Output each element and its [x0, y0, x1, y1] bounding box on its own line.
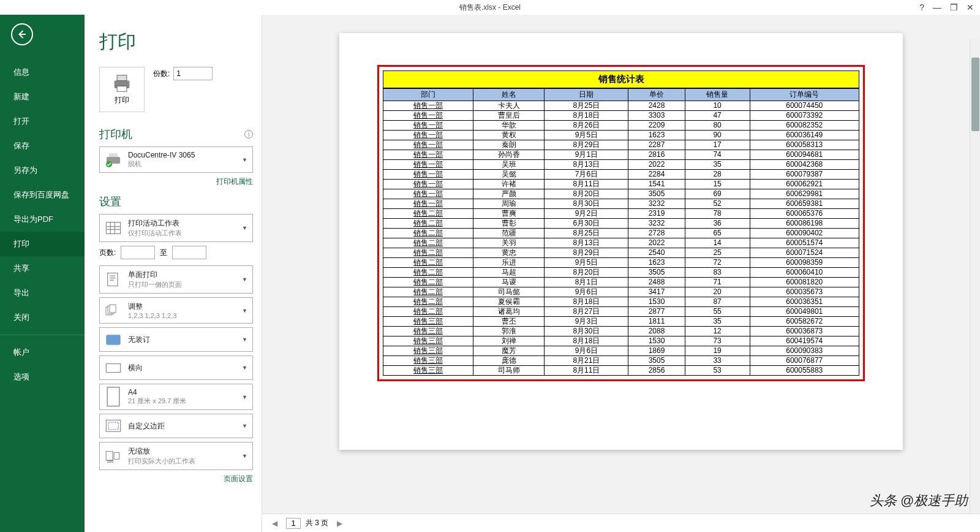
back-button[interactable] — [11, 23, 33, 45]
data-table: 部门姓名日期单价销售量订单编号 销售一部卡夫人8月25日242810600074… — [383, 88, 859, 376]
preview-footer: ◀ 共 3 页 ▶ — [262, 514, 980, 532]
svg-rect-14 — [107, 387, 119, 406]
sidebar-item-saveas[interactable]: 另存为 — [0, 158, 85, 183]
print-what-select[interactable]: 打印活动工作表仅打印活动工作表 ▼ — [99, 214, 253, 242]
print-preview-area: 销售统计表 部门姓名日期单价销售量订单编号 销售一部卡夫人8月25日242810… — [262, 15, 980, 532]
print-button[interactable]: 打印 — [99, 67, 145, 112]
table-row: 销售二部马超8月20日350583600060410 — [383, 268, 859, 278]
table-row: 销售一部曹皇后8月18日330347600073392 — [383, 111, 859, 121]
svg-rect-13 — [106, 363, 120, 372]
printer-status-icon — [105, 152, 122, 168]
table-row: 销售一部周瑜8月30日323252600659381 — [383, 199, 859, 209]
table-row: 销售三部魔芳9月6日186919600090383 — [383, 346, 859, 356]
table-row: 销售二部曹彰6月30日323236600086198 — [383, 219, 859, 229]
printer-select[interactable]: DocuCentre-IV 3065脱机 ▼ — [99, 146, 253, 173]
svg-rect-7 — [106, 222, 120, 234]
printer-section-header: 打印机i — [99, 127, 253, 142]
copies-label: 份数: — [153, 69, 170, 79]
sidebar-item-info[interactable]: 信息 — [0, 60, 85, 85]
table-row: 销售三部司马师8月11日285653600055883 — [383, 366, 859, 376]
minimize-button[interactable]: — — [933, 2, 941, 12]
sidebar-item-baidu[interactable]: 保存到百度网盘 — [0, 183, 85, 207]
page-total-label: 共 3 页 — [306, 518, 328, 528]
backstage-sidebar: 信息 新建 打开 保存 另存为 保存到百度网盘 导出为PDF 打印 共享 导出 … — [0, 15, 85, 532]
table-row: 销售一部黄权9月5日162390600036149 — [383, 131, 859, 140]
paper-select[interactable]: A421 厘米 x 29.7 厘米 ▼ — [99, 384, 253, 410]
sheet-icon — [105, 220, 122, 236]
landscape-icon — [105, 360, 122, 376]
restore-button[interactable]: ❐ — [950, 2, 958, 12]
margins-icon — [105, 418, 122, 434]
table-row: 销售三部庞德8月21日350533600076877 — [383, 356, 859, 366]
table-header: 单价 — [628, 89, 685, 101]
titlebar: 销售表.xlsx - Excel ? — ❐ ✕ — [0, 0, 980, 15]
copies-input[interactable] — [173, 67, 213, 80]
page-setup-link[interactable]: 页面设置 — [99, 474, 253, 484]
collate-icon — [105, 303, 122, 319]
table-header: 日期 — [545, 89, 628, 101]
table-row: 销售二部夏侯霸8月18日153087600036351 — [383, 297, 859, 307]
table-row: 销售一部严颜8月20日350569600629981 — [383, 189, 859, 199]
preview-page: 销售统计表 部门姓名日期单价销售量订单编号 销售一部卡夫人8月25日242810… — [339, 33, 903, 450]
svg-rect-5 — [109, 153, 118, 157]
prev-page-button[interactable]: ◀ — [268, 519, 281, 528]
svg-rect-1 — [117, 75, 127, 80]
collate-select[interactable]: 调整1,2,3 1,2,3 1,2,3 ▼ — [99, 297, 253, 324]
table-row: 销售二部司马懿9月6日341720600035673 — [383, 287, 859, 297]
page-to-input[interactable] — [172, 246, 206, 259]
vertical-scrollbar[interactable] — [970, 39, 980, 514]
binding-select[interactable]: 无装订 ▼ — [99, 327, 253, 352]
svg-rect-2 — [117, 86, 127, 91]
svg-rect-12 — [106, 335, 120, 344]
table-row: 销售三部刘禅8月18日153073600419574 — [383, 336, 859, 346]
arrow-left-icon — [17, 29, 28, 40]
table-row: 销售二部曹爽9月2日231978600065376 — [383, 209, 859, 219]
sidebar-item-new[interactable]: 新建 — [0, 85, 85, 109]
next-page-button[interactable]: ▶ — [333, 519, 346, 528]
scale-icon: 100 — [105, 448, 122, 464]
table-row: 销售一部吴班8月13日202235600042368 — [383, 160, 859, 170]
svg-point-3 — [126, 82, 128, 83]
paper-icon — [105, 389, 122, 405]
svg-rect-11 — [110, 305, 116, 313]
scaling-select[interactable]: 100 无缩放打印实际大小的工作表 ▼ — [99, 442, 253, 470]
chevron-down-icon: ▼ — [242, 157, 247, 163]
sidebar-item-print[interactable]: 打印 — [0, 232, 85, 256]
table-row: 销售三部曹丕9月3日181135600582672 — [383, 317, 859, 327]
page-to-label: 至 — [160, 248, 167, 258]
page-title: 打印 — [99, 29, 253, 55]
printer-icon — [111, 74, 133, 93]
table-row: 销售三部郭淮8月30日208812600036873 — [383, 327, 859, 336]
table-row: 销售一部华歆8月26日220980600082352 — [383, 121, 859, 131]
page-side-icon — [105, 272, 122, 287]
close-button[interactable]: ✕ — [967, 2, 974, 12]
table-row: 销售二部黄忠8月29日254025600071524 — [383, 248, 859, 258]
print-button-label: 打印 — [115, 95, 129, 105]
print-settings-panel: 打印 打印 份数: 打印机i DocuCentre-IV 3065脱机 ▼ 打印 — [85, 15, 262, 532]
current-page-input[interactable] — [286, 518, 301, 529]
sidebar-item-save[interactable]: 保存 — [0, 134, 85, 158]
table-row: 销售一部许褚8月11日154115600062921 — [383, 180, 859, 189]
sidebar-item-open[interactable]: 打开 — [0, 109, 85, 134]
sidebar-item-pdf[interactable]: 导出为PDF — [0, 207, 85, 232]
pages-label: 页数: — [99, 248, 116, 258]
sidebar-item-export[interactable]: 导出 — [0, 281, 85, 305]
sidebar-item-account[interactable]: 帐户 — [0, 340, 85, 365]
page-from-input[interactable] — [121, 246, 155, 259]
table-row: 销售二部关羽8月13日202214600051574 — [383, 238, 859, 248]
sidebar-item-options[interactable]: 选项 — [0, 365, 85, 389]
printer-properties-link[interactable]: 打印机属性 — [99, 177, 253, 187]
margins-select[interactable]: 自定义边距 ▼ — [99, 414, 253, 438]
table-row: 销售二部乐进9月5日162372600098359 — [383, 258, 859, 268]
orientation-select[interactable]: 横向 ▼ — [99, 355, 253, 380]
table-row: 销售一部卡夫人8月25日242810600074450 — [383, 101, 859, 111]
table-header: 销售量 — [685, 89, 750, 101]
sidebar-item-share[interactable]: 共享 — [0, 256, 85, 281]
table-row: 销售一部秦朗8月29日228717600058313 — [383, 140, 859, 150]
help-button[interactable]: ? — [919, 2, 924, 12]
sidebar-item-close[interactable]: 关闭 — [0, 305, 85, 330]
sides-select[interactable]: 单面打印只打印一侧的页面 ▼ — [99, 265, 253, 294]
table-row: 销售二部诸葛均8月27日287755600049801 — [383, 307, 859, 317]
info-icon[interactable]: i — [244, 130, 253, 139]
sheet-title: 销售统计表 — [383, 70, 859, 88]
